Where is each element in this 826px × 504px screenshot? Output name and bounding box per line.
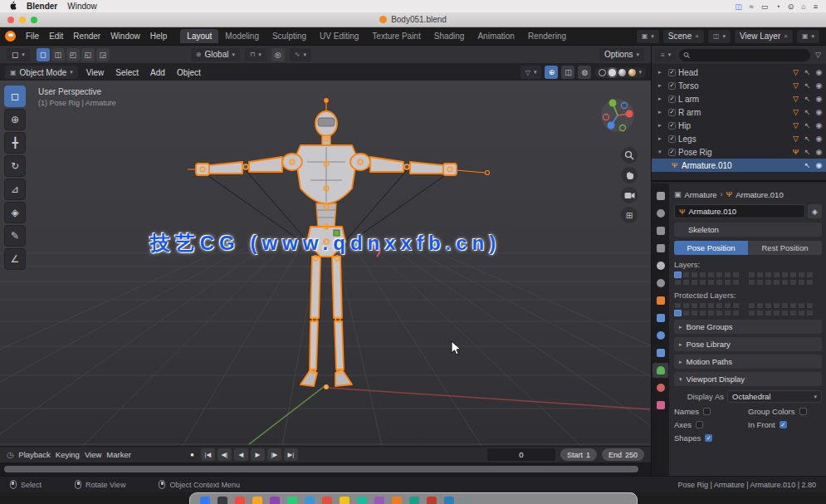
properties-tab-modifiers[interactable] — [652, 311, 668, 325]
dock-app-icon[interactable] — [217, 497, 227, 504]
menu-file[interactable]: File — [21, 30, 44, 42]
dock-app-icon[interactable] — [305, 497, 315, 504]
layer-cell[interactable] — [789, 310, 797, 316]
dock-app-icon[interactable] — [427, 497, 437, 504]
layer-cell[interactable] — [781, 302, 789, 309]
layer-cell[interactable] — [773, 272, 780, 278]
dock-app-icon[interactable] — [409, 497, 419, 504]
dock-app-icon[interactable] — [322, 497, 332, 504]
layer-cell[interactable] — [682, 310, 690, 316]
collection-checkbox[interactable]: ✓ — [668, 82, 676, 90]
axes-checkbox[interactable] — [696, 421, 703, 428]
section-bone-groups[interactable]: ▸ Bone Groups — [674, 320, 822, 334]
breadcrumb-object[interactable]: Armature — [685, 190, 717, 199]
layer-cell[interactable] — [716, 279, 723, 286]
tool-measure-button[interactable]: ∠ — [4, 248, 26, 270]
selectable-icon[interactable]: ↖ — [803, 148, 812, 156]
layer-cell[interactable] — [674, 279, 682, 286]
collection-checkbox[interactable]: ✓ — [668, 95, 676, 103]
properties-tab-tool[interactable] — [652, 188, 668, 203]
menu-window[interactable]: Window — [105, 30, 145, 42]
dock-app-icon[interactable] — [235, 497, 245, 504]
layer-cell[interactable] — [732, 310, 740, 316]
search-input[interactable] — [693, 51, 807, 59]
select-mode-subtract-button[interactable]: ◰ — [66, 48, 80, 61]
dock-app-icon[interactable] — [357, 497, 367, 504]
layer-cell[interactable] — [789, 272, 797, 278]
show-overlays-button[interactable]: ◫ — [561, 66, 574, 79]
breadcrumb-data[interactable]: Armature.010 — [736, 190, 784, 199]
remove-icon[interactable]: × — [784, 32, 788, 40]
tab-animation[interactable]: Animation — [471, 29, 521, 43]
layer-cell[interactable] — [748, 310, 755, 316]
selectable-icon[interactable]: ↖ — [803, 161, 812, 169]
shading-rendered-button[interactable] — [628, 69, 636, 76]
play-reverse-button[interactable]: ◀ — [234, 448, 248, 461]
playback-menu[interactable]: Playback — [18, 450, 51, 459]
view-menu[interactable]: View — [85, 450, 101, 459]
outliner-search[interactable] — [679, 49, 810, 61]
layer-cell[interactable] — [674, 302, 682, 309]
collection-checkbox[interactable]: ✓ — [668, 149, 676, 156]
outliner-item-label[interactable]: Pose Rig — [678, 148, 789, 157]
tab-uv-editing[interactable]: UV Editing — [313, 29, 365, 43]
selectable-icon[interactable]: ↖ — [803, 121, 812, 130]
section-skeleton[interactable]: ✓ Skeleton — [674, 223, 822, 237]
hide-eye-icon[interactable]: ◉ — [814, 68, 824, 76]
layer-cell[interactable] — [798, 302, 805, 309]
selectable-icon[interactable]: ↖ — [803, 81, 812, 90]
group-colors-checkbox[interactable] — [799, 408, 807, 415]
disclosure-icon[interactable]: ▸ — [658, 135, 666, 142]
outliner-row-armature-010[interactable]: Ψ Armature.010 ↖ ◉ — [652, 159, 826, 172]
tool-transform-button[interactable]: ◈ — [4, 202, 26, 223]
active-tool-dropdown[interactable]: ◻▾ — [7, 48, 30, 61]
tab-layout[interactable]: Layout — [180, 29, 218, 43]
proportional-editing-button[interactable]: ◎ — [271, 48, 285, 61]
tool-rotate-button[interactable]: ↻ — [4, 155, 26, 177]
menu-help[interactable]: Help — [145, 30, 173, 42]
zoom-icon[interactable] — [621, 147, 638, 164]
menubar-app-menu[interactable]: Blender — [27, 2, 57, 11]
layer-cell[interactable] — [789, 279, 797, 286]
dock-app-icon[interactable] — [374, 497, 384, 504]
properties-tab-object[interactable] — [652, 293, 668, 308]
section-motion-paths[interactable]: ▸ Motion Paths — [674, 355, 822, 369]
outliner-row-r-arm[interactable]: ▸ ✓ R arm ▽ ↖ ◉ — [652, 105, 826, 119]
outliner-item-label[interactable]: Head — [678, 68, 789, 77]
tool-scale-button[interactable]: ⊿ — [4, 179, 26, 200]
layer-cell[interactable] — [765, 302, 772, 309]
xray-toggle-button[interactable]: ◍ — [578, 66, 591, 79]
scene-browse-button[interactable]: ▣▾ — [637, 30, 659, 43]
disclosure-icon[interactable]: ▸ — [658, 82, 666, 89]
layer-cell[interactable] — [765, 272, 772, 278]
auto-keying-button[interactable]: ● — [186, 448, 198, 461]
selectable-icon[interactable]: ↖ — [803, 135, 812, 143]
layer-cell[interactable] — [691, 302, 698, 309]
select-mode-intersect-button[interactable]: ◲ — [96, 48, 110, 61]
properties-tab-scene[interactable] — [652, 258, 668, 273]
layer-cell[interactable] — [765, 310, 772, 316]
tool-select-box-button[interactable]: ◻ — [4, 86, 26, 107]
dock-app-icon[interactable] — [252, 497, 262, 504]
layer-cell[interactable] — [674, 272, 682, 278]
show-gizmo-button[interactable]: ⊕ — [545, 66, 558, 79]
hide-eye-icon[interactable]: ◉ — [814, 135, 824, 143]
current-frame-field[interactable]: 0 — [487, 448, 555, 461]
selectable-icon[interactable]: ↖ — [803, 108, 812, 116]
layer-cell[interactable] — [707, 310, 715, 316]
layer-cell[interactable] — [798, 272, 805, 278]
layer-cell[interactable] — [756, 279, 764, 286]
dock-app-icon[interactable] — [444, 497, 454, 504]
menubar-status-icon[interactable]: ▭ — [761, 2, 769, 11]
rest-position-button[interactable]: Rest Position — [748, 241, 822, 255]
blender-logo-icon[interactable] — [5, 31, 16, 42]
pan-hand-icon[interactable] — [621, 167, 638, 183]
unlink-icon[interactable]: × — [695, 32, 699, 40]
disclosure-icon[interactable]: ▸ — [658, 109, 666, 115]
play-button[interactable]: ▶ — [251, 448, 265, 461]
layer-cell[interactable] — [716, 310, 723, 316]
options-dropdown[interactable]: Options▾ — [599, 48, 644, 61]
shading-material-button[interactable] — [618, 69, 626, 76]
camera-view-icon[interactable] — [621, 187, 638, 203]
layer-cell[interactable] — [806, 272, 814, 278]
